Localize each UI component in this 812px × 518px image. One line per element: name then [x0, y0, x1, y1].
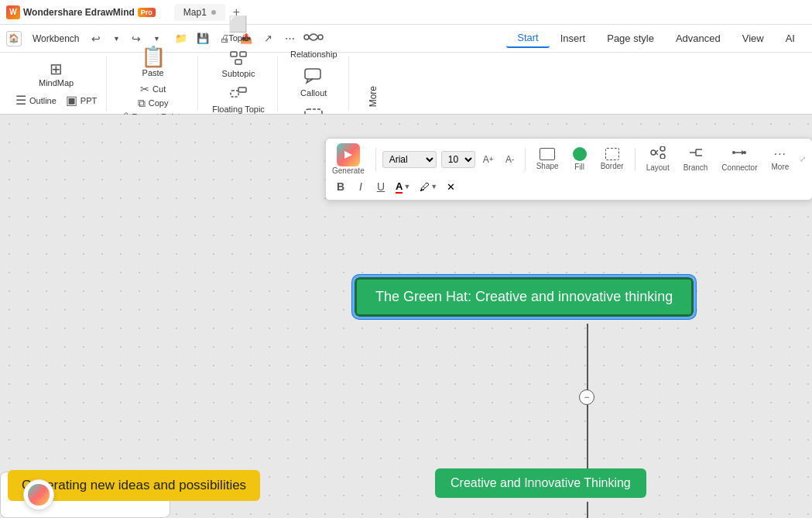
connector-main-down [587, 324, 588, 393]
ribbon-topic-group: ⬜ Topic Subtopic Floating Topic [200, 56, 278, 111]
toolbar-pin[interactable]: ⤢ [800, 155, 806, 163]
child-node-1[interactable]: Creative and Innovative Thinking [435, 468, 646, 498]
app-logo: W Wondershare EdrawMind Pro [6, 5, 156, 19]
paste-button[interactable]: 📋 Paste [136, 43, 170, 81]
svg-rect-2 [235, 60, 242, 64]
svg-rect-10 [305, 69, 320, 79]
float-toolbar: Generate Arial 10 A+ A- Shape Fill Bo [325, 138, 812, 201]
more-button[interactable]: More [357, 57, 391, 111]
svg-rect-4 [238, 87, 246, 92]
generate-button[interactable]: Generate [332, 143, 365, 175]
svg-rect-0 [231, 52, 237, 57]
collapse-button[interactable]: − [579, 389, 594, 405]
connector-collapse-down [587, 405, 588, 468]
ppt-label: PPT [81, 96, 97, 106]
cut-button[interactable]: ✂ Cut [115, 83, 191, 95]
font-color-button[interactable]: A ▼ [392, 179, 413, 195]
copy-label: Copy [149, 98, 169, 108]
generate-label: Generate [332, 166, 365, 175]
relationship-button[interactable]: Relationship [286, 26, 342, 63]
ai-assistant-button[interactable] [23, 479, 54, 510]
menu-start[interactable]: Start [506, 29, 549, 48]
svg-point-14 [660, 154, 665, 159]
mindmap-icon: ⊞ [50, 61, 63, 77]
more-format-button[interactable]: ··· More [767, 146, 794, 173]
connector-icon [731, 146, 747, 162]
border-label: Border [601, 162, 624, 170]
canvas[interactable]: Generate Arial 10 A+ A- Shape Fill Bo [0, 115, 812, 518]
save-icon[interactable]: 💾 [194, 29, 212, 48]
main-node-label: The Green Hat: Creative and innovative t… [375, 289, 673, 304]
home-icon[interactable]: 🏠 [6, 31, 22, 46]
layout-button[interactable]: Layout [642, 145, 674, 173]
tab-map1-label: Map1 [183, 7, 207, 18]
ribbon-insert-group: Relationship Callout Boundary [279, 56, 349, 111]
svg-point-9 [318, 35, 323, 39]
callout-button[interactable]: Callout [296, 64, 331, 101]
connector-child1-down [587, 502, 588, 518]
outline-label: Outline [29, 96, 57, 106]
main-node[interactable]: The Green Hat: Creative and innovative t… [355, 277, 694, 317]
svg-line-16 [656, 153, 658, 155]
font-color-dropdown[interactable]: ▼ [403, 183, 410, 190]
outline-button[interactable]: ☰ Outline [12, 93, 60, 108]
undo-dropdown[interactable]: ▼ [107, 29, 125, 48]
more-dots-icon: ··· [774, 147, 786, 161]
branch-button[interactable]: Branch [679, 145, 713, 173]
font-select[interactable]: Arial [382, 151, 437, 168]
ribbon: ⊞ MindMap ☰ Outline ▣ PPT 📋 Paste ✂ Cut [0, 53, 812, 115]
border-button[interactable]: Border [596, 146, 629, 172]
highlight-button[interactable]: 🖊 ▼ [416, 180, 440, 194]
svg-rect-1 [240, 52, 246, 57]
italic-button[interactable]: I [352, 178, 369, 195]
float-toolbar-bottom: B I U A ▼ 🖊 ▼ ✕ [332, 178, 806, 195]
border-icon [605, 148, 619, 160]
ribbon-clipboard-group: 📋 Paste ✂ Cut ⧉ Copy 🖌 Format Painter [108, 56, 198, 111]
menu-insert[interactable]: Insert [550, 29, 597, 47]
font-size-select[interactable]: 10 [441, 151, 475, 168]
ribbon-view-group: ⊞ MindMap ☰ Outline ▣ PPT [6, 56, 107, 111]
mindmap-label: MindMap [39, 78, 74, 88]
svg-line-15 [656, 150, 658, 153]
workbench-button[interactable]: Workbench [28, 32, 84, 46]
subtopic-label: Subtopic [222, 69, 255, 79]
toolbar-separator-2 [525, 148, 526, 171]
outline-icon: ☰ [15, 94, 26, 107]
highlight-dropdown[interactable]: ▼ [430, 183, 437, 190]
fill-icon [573, 147, 587, 161]
font-size-increase[interactable]: A+ [480, 151, 497, 168]
paste-icon: 📋 [141, 46, 166, 67]
underline-button[interactable]: U [372, 178, 389, 195]
menu-ai[interactable]: AI [775, 29, 806, 47]
share-icon[interactable]: ↗ [259, 29, 277, 48]
bold-button[interactable]: B [332, 178, 349, 195]
toolbar-separator-3 [635, 148, 636, 171]
connector-button[interactable]: Connector [717, 145, 762, 173]
undo-button[interactable]: ↩ [87, 29, 105, 48]
menu-advanced[interactable]: Advanced [665, 29, 731, 47]
clear-format-button[interactable]: ✕ [444, 180, 458, 194]
toolbar-separator-1 [375, 148, 376, 171]
ppt-button[interactable]: ▣ PPT [63, 93, 100, 108]
topic-label: Topic [228, 33, 248, 43]
tab-map1[interactable]: Map1 [174, 4, 225, 21]
ppt-icon: ▣ [66, 94, 77, 107]
branch-label: Branch [684, 163, 708, 172]
floating-topic-button[interactable]: Floating Topic [207, 84, 269, 118]
folder-icon[interactable]: 📁 [172, 29, 190, 48]
copy-button[interactable]: ⧉ Copy [115, 97, 191, 109]
mindmap-button[interactable]: ⊞ MindMap [34, 58, 78, 91]
menu-page-style[interactable]: Page style [596, 29, 665, 47]
more-label: More [368, 86, 379, 107]
menu-view[interactable]: View [731, 29, 775, 47]
subtopic-button[interactable]: Subtopic [218, 48, 260, 82]
font-size-decrease[interactable]: A- [502, 151, 519, 168]
app-logo-icon: W [6, 5, 20, 19]
highlight-icon: 🖊 [420, 181, 430, 193]
shape-icon [540, 148, 555, 160]
topic-button[interactable]: ⬜ Topic [221, 13, 255, 46]
fill-button[interactable]: Fill [568, 146, 591, 173]
ribbon-more-group: More [351, 56, 397, 111]
child-node-1-label: Creative and Innovative Thinking [451, 476, 631, 489]
shape-button[interactable]: Shape [532, 146, 564, 172]
